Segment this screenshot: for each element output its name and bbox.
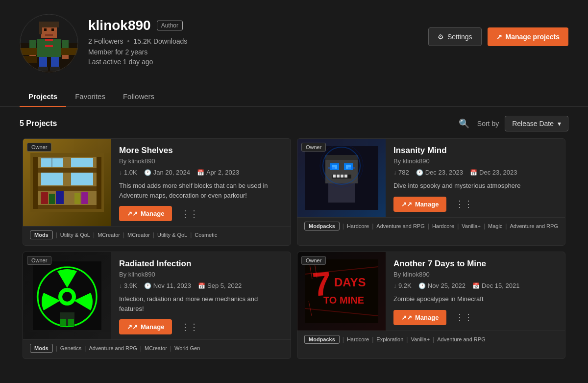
svg-point-61 (62, 292, 72, 302)
tag: Adventure and RPG (510, 222, 558, 230)
manage-button[interactable]: ↗ Manage (393, 197, 446, 212)
calendar-icon: 📅 (472, 282, 480, 289)
svg-rect-56 (328, 167, 335, 169)
updated-date: Nov 25, 2022 (428, 282, 466, 289)
tab-projects[interactable]: Projects (20, 86, 66, 106)
settings-label: Settings (447, 33, 472, 41)
project-meta: ↓ 3.9K 🕐 Nov 11, 2023 📅 Sep 5, 2022 (119, 282, 283, 289)
more-options-button[interactable]: ⋮ (451, 310, 477, 325)
sort-dropdown[interactable]: Release Date (505, 116, 568, 131)
project-description: Infection, radiation and more new mechan… (119, 294, 283, 313)
tag: Utility & QoL (60, 231, 90, 239)
tag: Vanilla+ (462, 222, 481, 230)
more-options-button[interactable]: ⋮ (177, 320, 202, 334)
svg-rect-44 (325, 155, 358, 160)
chevron-down-icon (558, 120, 561, 128)
project-meta: ↓ 1.0K 🕐 Jan 20, 2024 📅 Apr 2, 2023 (119, 169, 283, 176)
primary-tag: Modpacks (304, 335, 340, 344)
svg-rect-37 (49, 194, 55, 204)
updated-date: Dec 23, 2023 (425, 169, 463, 176)
card-tags-shelves: Mods | Utility & QoL | MCreator | MCreat… (23, 226, 291, 245)
tag: Adventure and RPG (437, 335, 485, 343)
tab-followers[interactable]: Followers (114, 86, 163, 106)
gear-icon (438, 33, 444, 41)
tag: Genetics (60, 344, 81, 352)
download-count: 3.9K (124, 282, 137, 289)
updated-meta: 🕐 Jan 20, 2024 (144, 169, 190, 176)
project-title: Radiated Infection (119, 259, 283, 269)
dots-icon: ⋮ (455, 312, 473, 322)
svg-rect-33 (71, 173, 93, 185)
project-by: By klinok890 (393, 157, 557, 165)
svg-rect-20 (20, 56, 37, 63)
tag: Magic (488, 222, 502, 230)
manage-icon: ↗ (127, 210, 138, 217)
project-card-radiated-infection: Owner (23, 252, 291, 359)
svg-rect-6 (51, 28, 54, 31)
downloads-meta: ↓ 9.2K (393, 282, 412, 289)
settings-button[interactable]: Settings (428, 27, 482, 46)
card-tags-radiated: Mods | Genetics | Adventure and RPG | MC… (23, 339, 291, 358)
followers-count: 2 Followers (88, 37, 123, 45)
card-top: Owner 7 DAYS TO MINE (297, 252, 565, 331)
manage-button[interactable]: ↗ Manage (119, 319, 172, 334)
project-card-insanity-mind: Owner (297, 138, 565, 246)
sort-value: Release Date (512, 120, 554, 128)
profile-actions: Settings Manage projects (428, 14, 568, 46)
project-thumbnail-shelves: Owner (23, 139, 111, 226)
primary-tag: Mods (30, 230, 53, 239)
dots-icon: ⋮ (181, 209, 198, 219)
clock-icon: 🕐 (416, 169, 423, 176)
project-meta: ↓ 9.2K 🕐 Nov 25, 2022 📅 Dec 15, 2021 (393, 282, 557, 289)
downloads-count: 15.2K Downloads (134, 37, 188, 45)
project-thumbnail-radiated: Owner (23, 252, 111, 339)
project-thumbnail-insanity: Owner (297, 139, 386, 217)
more-options-button[interactable]: ⋮ (177, 206, 202, 221)
created-date: Apr 2, 2023 (206, 169, 239, 176)
tag: Hardcore (347, 222, 369, 230)
svg-rect-7 (45, 34, 53, 36)
svg-rect-28 (33, 157, 38, 209)
project-by: By klinok890 (119, 271, 283, 278)
svg-rect-64 (68, 319, 74, 327)
manage-button[interactable]: ↗ Manage (119, 206, 172, 221)
stats-row: 2 Followers • 15.2K Downloads (88, 37, 187, 45)
clock-icon: 🕐 (144, 282, 151, 289)
updated-meta: 🕐 Nov 11, 2023 (144, 282, 191, 289)
svg-rect-26 (33, 186, 101, 191)
owner-badge: Owner (27, 256, 51, 265)
tab-favorites[interactable]: Favorites (66, 86, 114, 106)
avatar (20, 14, 78, 73)
svg-rect-5 (44, 28, 47, 31)
manage-button[interactable]: ↗ Manage (393, 310, 446, 325)
download-icon: ↓ (393, 282, 396, 289)
svg-rect-27 (33, 205, 101, 209)
manage-icon: ↗ (127, 323, 138, 331)
manage-icon: ↗ (401, 314, 412, 321)
tag: Adventure and RPG (376, 222, 424, 230)
project-by: By klinok890 (393, 271, 557, 278)
search-button[interactable] (457, 116, 471, 131)
projects-grid: Owner (0, 138, 588, 365)
card-actions: ↗ Manage ⋮ (119, 206, 283, 221)
dots-icon: ⋮ (181, 322, 198, 332)
tabs-section: Projects Favorites Followers (0, 86, 588, 107)
created-meta: 📅 Dec 15, 2021 (472, 282, 519, 289)
more-options-button[interactable]: ⋮ (451, 197, 477, 211)
project-title: Insanity Mind (393, 146, 557, 155)
card-actions: ↗ Manage ⋮ (393, 310, 557, 325)
member-for: Member for 2 years (88, 48, 187, 56)
svg-rect-17 (38, 67, 48, 71)
card-actions: ↗ Manage ⋮ (393, 197, 557, 212)
svg-rect-25 (33, 168, 101, 173)
svg-text:DAYS: DAYS (334, 276, 366, 289)
clock-icon: 🕐 (418, 282, 426, 289)
tag: Vanilla+ (411, 335, 430, 343)
username-row: klinok890 Author (88, 18, 187, 33)
svg-rect-29 (97, 157, 101, 209)
manage-projects-button[interactable]: Manage projects (488, 27, 568, 46)
search-icon (459, 119, 469, 128)
svg-text:TO MINE: TO MINE (323, 295, 364, 306)
created-meta: 📅 Dec 23, 2023 (470, 169, 517, 176)
project-details-7days: Another 7 Days to Mine By klinok890 ↓ 9.… (386, 252, 565, 331)
